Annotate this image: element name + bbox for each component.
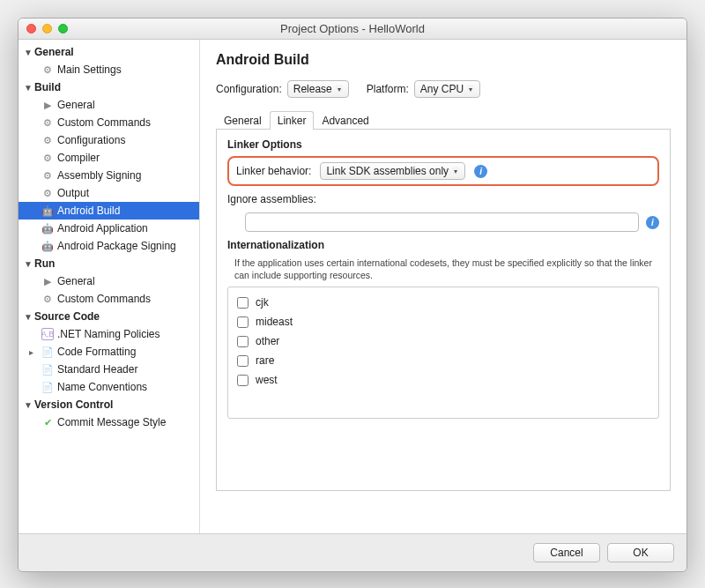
checkbox-rare[interactable] — [237, 355, 249, 367]
platform-label: Platform: — [367, 83, 409, 95]
ok-button[interactable]: OK — [607, 543, 674, 562]
sidebar-item-label: Android Application — [57, 222, 148, 234]
sidebar-item-name-conventions[interactable]: 📄Name Conventions — [19, 378, 199, 396]
chevron-down-icon: ▾ — [467, 85, 474, 94]
sidebar-item-standard-header[interactable]: 📄Standard Header — [19, 361, 199, 378]
tab-advanced[interactable]: Advanced — [314, 111, 376, 130]
sidebar-item-main-settings[interactable]: ⚙Main Settings — [19, 61, 199, 78]
i18n-option-mideast[interactable]: mideast — [234, 312, 653, 331]
disclosure-icon: ▼ — [24, 48, 33, 57]
sidebar-item-label: .NET Naming Policies — [57, 328, 160, 340]
sidebar-item-label: Standard Header — [57, 363, 137, 376]
file-icon: 📄 — [41, 346, 54, 358]
sidebar-section-header[interactable]: ▼General — [19, 43, 199, 61]
check-icon: ✔ — [41, 416, 54, 428]
cancel-button[interactable]: Cancel — [533, 543, 600, 562]
droid-icon: 🤖 — [41, 240, 54, 252]
platform-select[interactable]: Any CPU ▾ — [414, 80, 480, 98]
sidebar-section-label: Run — [34, 257, 55, 270]
gear-icon: ⚙ — [41, 152, 54, 164]
sidebar: ▼General⚙Main Settings▼Build▶General⚙Cus… — [19, 40, 200, 533]
sidebar-item-label: Configurations — [57, 134, 125, 146]
tab-content-linker: Linker Options Linker behavior: Link SDK… — [216, 130, 671, 491]
gear-icon: ⚙ — [41, 169, 54, 182]
i18n-option-label: other — [256, 335, 279, 347]
sidebar-item-code-formatting[interactable]: ▸📄Code Formatting — [19, 343, 199, 361]
minimize-icon[interactable] — [42, 24, 52, 33]
sidebar-item-label: Custom Commands — [57, 116, 151, 129]
play-icon: ▶ — [41, 275, 54, 287]
sidebar-section-header[interactable]: ▼Version Control — [19, 396, 199, 413]
sidebar-item-configurations[interactable]: ⚙Configurations — [19, 131, 199, 149]
checkbox-west[interactable] — [237, 375, 249, 386]
disclosure-icon: ▼ — [24, 312, 33, 322]
sidebar-item-android-build[interactable]: 🤖Android Build — [19, 202, 199, 220]
chevron-down-icon: ▾ — [452, 167, 459, 176]
close-icon[interactable] — [26, 24, 36, 33]
sidebar-section-label: General — [34, 46, 74, 58]
sidebar-item-general[interactable]: ▶General — [19, 272, 199, 290]
droid-icon: 🤖 — [41, 222, 54, 234]
window-title: Project Options - HelloWorld — [19, 22, 686, 35]
configuration-label: Configuration: — [216, 83, 282, 95]
sidebar-item-custom-commands[interactable]: ⚙Custom Commands — [19, 290, 199, 308]
config-row: Configuration: Release ▾ Platform: Any C… — [216, 80, 671, 98]
ignore-assemblies-row: Ignore assemblies: — [227, 193, 659, 205]
sidebar-item-label: Main Settings — [57, 63, 122, 76]
sidebar-item-label: Code Formatting — [57, 346, 136, 358]
tab-linker[interactable]: Linker — [270, 111, 315, 130]
checkbox-cjk[interactable] — [237, 297, 249, 309]
internationalization-help: If the application uses certain internat… — [234, 257, 659, 281]
linker-behavior-value: Link SDK assemblies only — [326, 165, 449, 177]
sidebar-item-label: Output — [57, 187, 89, 199]
disclosure-icon: ▼ — [24, 259, 33, 269]
footer: Cancel OK — [19, 533, 686, 571]
gear-icon: ⚙ — [41, 63, 54, 76]
sidebar-section-header[interactable]: ▼Run — [19, 255, 199, 272]
chevron-down-icon: ▾ — [336, 85, 343, 94]
content-area: ▼General⚙Main Settings▼Build▶General⚙Cus… — [19, 40, 686, 533]
project-options-window: Project Options - HelloWorld ▼General⚙Ma… — [18, 18, 687, 572]
sidebar-item-commit-message-style[interactable]: ✔Commit Message Style — [19, 413, 199, 431]
sidebar-item-label: Commit Message Style — [57, 416, 166, 428]
main-panel: Android Build Configuration: Release ▾ P… — [200, 40, 686, 533]
sidebar-section-label: Version Control — [34, 398, 113, 411]
doc-icon: A,B — [41, 328, 54, 340]
traffic-lights — [19, 24, 68, 33]
page-title: Android Build — [216, 52, 671, 68]
sidebar-item-output[interactable]: ⚙Output — [19, 184, 199, 202]
sidebar-item-android-package-signing[interactable]: 🤖Android Package Signing — [19, 237, 199, 255]
tab-general[interactable]: General — [216, 111, 270, 130]
ignore-assemblies-input[interactable] — [245, 212, 639, 232]
sidebar-item--net-naming-policies[interactable]: A,B.NET Naming Policies — [19, 325, 199, 343]
checkbox-other[interactable] — [237, 336, 249, 347]
sidebar-item-assembly-signing[interactable]: ⚙Assembly Signing — [19, 167, 199, 184]
info-icon[interactable]: i — [646, 216, 659, 229]
i18n-option-west[interactable]: west — [234, 370, 653, 390]
sidebar-section-label: Source Code — [34, 310, 100, 323]
zoom-icon[interactable] — [58, 24, 68, 33]
i18n-option-cjk[interactable]: cjk — [234, 293, 653, 312]
i18n-option-rare[interactable]: rare — [234, 351, 653, 370]
checkbox-mideast[interactable] — [237, 316, 249, 328]
play-icon: ▶ — [41, 99, 54, 111]
sidebar-item-general[interactable]: ▶General — [19, 96, 199, 114]
sidebar-item-custom-commands[interactable]: ⚙Custom Commands — [19, 114, 199, 131]
linker-behavior-select[interactable]: Link SDK assemblies only ▾ — [320, 162, 465, 180]
configuration-select[interactable]: Release ▾ — [287, 80, 349, 98]
sidebar-item-compiler[interactable]: ⚙Compiler — [19, 149, 199, 167]
gear-icon: ⚙ — [41, 187, 54, 199]
sidebar-item-label: Custom Commands — [57, 293, 151, 305]
sidebar-section-label: Build — [34, 81, 61, 93]
internationalization-list: cjkmideastotherrarewest — [227, 287, 659, 419]
file-icon: 📄 — [41, 363, 54, 376]
sidebar-item-android-application[interactable]: 🤖Android Application — [19, 220, 199, 237]
info-icon[interactable]: i — [474, 165, 487, 178]
disclosure-icon: ▼ — [24, 83, 33, 93]
i18n-option-label: west — [256, 374, 278, 386]
file-icon: 📄 — [41, 381, 54, 393]
sidebar-section-header[interactable]: ▼Source Code — [19, 308, 199, 325]
sidebar-section-header[interactable]: ▼Build — [19, 78, 199, 96]
configuration-value: Release — [293, 83, 332, 95]
i18n-option-other[interactable]: other — [234, 331, 653, 351]
